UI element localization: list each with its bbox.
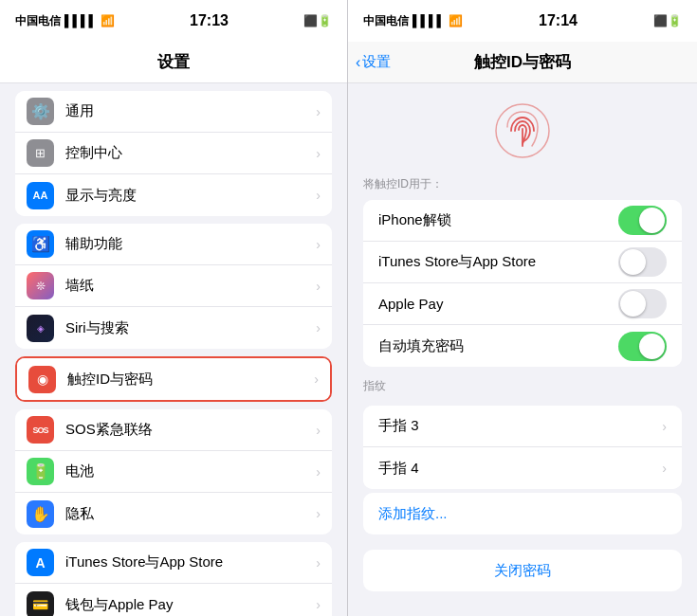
- general-icon: ⚙️: [27, 98, 54, 125]
- left-carrier: 中国电信: [15, 13, 61, 29]
- autofill-toggle[interactable]: [618, 332, 667, 361]
- right-time: 17:14: [539, 12, 578, 29]
- accessibility-chevron: ›: [316, 237, 321, 252]
- add-fingerprint-label: 添加指纹...: [378, 505, 448, 523]
- left-status-left: 中国电信 ▌▌▌▌ 📶: [15, 13, 115, 29]
- display-chevron: ›: [316, 188, 321, 203]
- back-label: 设置: [362, 53, 391, 71]
- left-nav-title: 设置: [157, 51, 190, 73]
- touch-id-section-header: 将触控ID用于：: [348, 169, 697, 196]
- siri-icon: ◈: [27, 315, 54, 342]
- iphone-unlock-toggle[interactable]: [618, 206, 667, 235]
- right-nav-bar: ‹ 设置 触控ID与密码: [348, 42, 697, 83]
- right-status-right: ⬛🔋: [653, 14, 682, 27]
- settings-group-1: ⚙️ 通用 › ⊞ 控制中心 › AA 显示与亮度 ›: [15, 91, 332, 216]
- toggle-item-itunes-appstore[interactable]: iTunes Store与App Store: [363, 242, 682, 283]
- right-status-left: 中国电信 ▌▌▌▌ 📶: [363, 13, 463, 29]
- itunes-store-chevron: ›: [316, 555, 321, 571]
- siri-label: Siri与搜索: [65, 319, 316, 337]
- accessibility-icon: ♿: [27, 230, 54, 258]
- sidebar-item-privacy[interactable]: ✋ 隐私 ›: [15, 493, 332, 534]
- finger-3-chevron: ›: [662, 419, 667, 434]
- sidebar-item-control-center[interactable]: ⊞ 控制中心 ›: [15, 133, 332, 174]
- sidebar-item-siri[interactable]: ◈ Siri与搜索 ›: [15, 307, 332, 349]
- settings-section-3: ◉ 触控ID与密码 ›: [0, 356, 347, 402]
- settings-section-2: ♿ 辅助功能 › ❊ 墙纸 › ◈ Siri与搜索 ›: [0, 224, 347, 349]
- privacy-label: 隐私: [65, 505, 316, 523]
- fingerprint-section: [348, 83, 697, 169]
- back-chevron-icon: ‹: [356, 54, 360, 71]
- toggle-item-iphone-unlock[interactable]: iPhone解锁: [363, 200, 682, 242]
- autofill-knob: [639, 334, 665, 359]
- right-panel: 中国电信 ▌▌▌▌ 📶 17:14 ⬛🔋 ‹ 设置 触控ID与密码: [348, 0, 697, 616]
- wallet-label: 钱包与Apple Pay: [65, 596, 316, 614]
- accessibility-label: 辅助功能: [65, 235, 316, 253]
- left-wifi-icon: 📶: [101, 14, 115, 27]
- toggle-items-group: iPhone解锁 iTunes Store与App Store Apple Pa…: [363, 200, 682, 367]
- apple-pay-toggle[interactable]: [618, 289, 667, 318]
- fingerprint-section-label: 指纹: [348, 371, 697, 398]
- sidebar-item-wallet[interactable]: 💳 钱包与Apple Pay ›: [15, 584, 332, 616]
- sidebar-item-touch-id[interactable]: ◉ 触控ID与密码 ›: [17, 358, 330, 400]
- wallpaper-chevron: ›: [316, 279, 321, 294]
- back-button[interactable]: ‹ 设置: [356, 53, 391, 71]
- add-fingerprint-item[interactable]: 添加指纹...: [363, 493, 682, 534]
- touch-id-label: 触控ID与密码: [67, 371, 314, 389]
- battery-icon-item: 🔋: [27, 458, 54, 485]
- wallpaper-label: 墙纸: [65, 277, 316, 295]
- itunes-appstore-label: iTunes Store与App Store: [378, 253, 618, 271]
- itunes-appstore-toggle[interactable]: [618, 247, 667, 277]
- finger-3-label: 手指 3: [378, 417, 662, 435]
- wallet-icon: 💳: [27, 591, 54, 617]
- itunes-appstore-knob: [620, 249, 646, 275]
- wallet-chevron: ›: [316, 597, 321, 612]
- siri-chevron: ›: [316, 320, 321, 335]
- turn-off-passcode-item[interactable]: 关闭密码: [363, 550, 682, 591]
- finger-4-chevron: ›: [662, 461, 667, 476]
- right-battery-icon: ⬛🔋: [653, 14, 682, 27]
- toggle-item-autofill[interactable]: 自动填充密码: [363, 325, 682, 367]
- left-battery-icon: ⬛🔋: [303, 14, 332, 27]
- right-wifi-icon: 📶: [449, 14, 463, 27]
- left-settings-list: ⚙️ 通用 › ⊞ 控制中心 › AA 显示与亮度 ›: [0, 83, 347, 616]
- itunes-store-icon: A: [27, 549, 54, 576]
- finger-4-item[interactable]: 手指 4 ›: [363, 447, 682, 489]
- toggle-item-apple-pay[interactable]: Apple Pay: [363, 283, 682, 325]
- sos-label: SOS紧急联络: [65, 421, 316, 439]
- fingerprint-list-group: 手指 3 › 手指 4 ›: [363, 406, 682, 489]
- settings-group-4: SOS SOS紧急联络 › 🔋 电池 › ✋ 隐私 ›: [15, 409, 332, 534]
- settings-group-3: ◉ 触控ID与密码 ›: [15, 356, 332, 402]
- battery-chevron: ›: [316, 464, 321, 480]
- sidebar-item-sos[interactable]: SOS SOS紧急联络 ›: [15, 409, 332, 451]
- sos-icon: SOS: [27, 416, 54, 444]
- right-nav-title: 触控ID与密码: [474, 51, 571, 73]
- finger-4-label: 手指 4: [378, 460, 662, 478]
- finger-3-item[interactable]: 手指 3 ›: [363, 406, 682, 447]
- display-label: 显示与亮度: [65, 187, 316, 205]
- right-status-bar: 中国电信 ▌▌▌▌ 📶 17:14 ⬛🔋: [348, 0, 697, 42]
- touch-id-chevron: ›: [314, 371, 319, 387]
- privacy-icon: ✋: [27, 500, 54, 528]
- settings-section-4: SOS SOS紧急联络 › 🔋 电池 › ✋ 隐私 ›: [0, 409, 347, 534]
- turn-off-label: 关闭密码: [494, 562, 551, 580]
- left-time: 17:13: [190, 12, 229, 29]
- settings-section-1: ⚙️ 通用 › ⊞ 控制中心 › AA 显示与亮度 ›: [0, 91, 347, 216]
- apple-pay-knob: [620, 291, 646, 317]
- sidebar-item-itunes-store[interactable]: A iTunes Store与App Store ›: [15, 542, 332, 584]
- sidebar-item-accessibility[interactable]: ♿ 辅助功能 ›: [15, 224, 332, 265]
- right-content: 将触控ID用于： iPhone解锁 iTunes Store与App Store…: [348, 83, 697, 616]
- left-nav-bar: 设置: [0, 42, 347, 83]
- sidebar-item-display[interactable]: AA 显示与亮度 ›: [15, 174, 332, 216]
- general-chevron: ›: [316, 104, 321, 119]
- sidebar-item-wallpaper[interactable]: ❊ 墙纸 ›: [15, 265, 332, 307]
- privacy-chevron: ›: [316, 506, 321, 521]
- control-center-icon: ⊞: [27, 139, 54, 167]
- left-status-bar: 中国电信 ▌▌▌▌ 📶 17:13 ⬛🔋: [0, 0, 347, 42]
- apple-pay-label: Apple Pay: [378, 296, 618, 312]
- sos-chevron: ›: [316, 423, 321, 438]
- sidebar-item-battery[interactable]: 🔋 电池 ›: [15, 451, 332, 493]
- sidebar-item-general[interactable]: ⚙️ 通用 ›: [15, 91, 332, 133]
- autofill-label: 自动填充密码: [378, 337, 618, 355]
- left-status-right: ⬛🔋: [303, 14, 332, 27]
- control-center-label: 控制中心: [65, 144, 316, 162]
